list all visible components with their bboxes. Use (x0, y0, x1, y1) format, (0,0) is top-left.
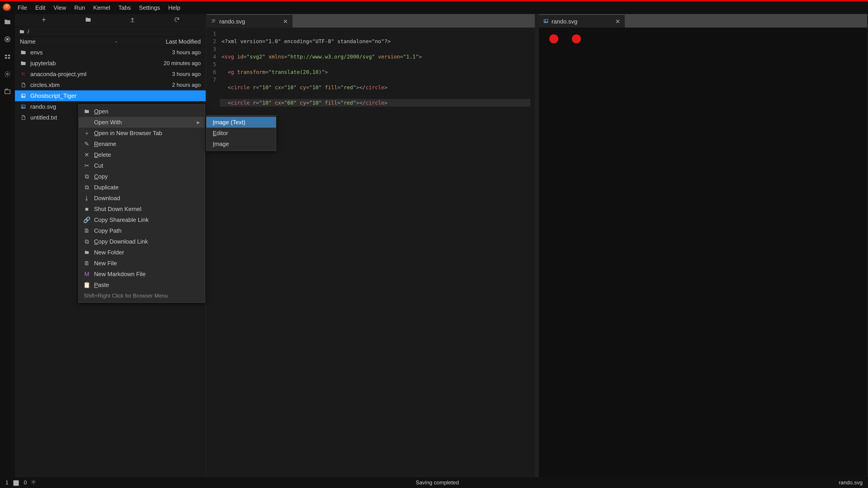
folder-icon (20, 50, 27, 55)
menu-edit[interactable]: Edit (31, 3, 50, 13)
breadcrumb[interactable]: / (15, 27, 206, 37)
sort-arrow-icon (114, 40, 118, 44)
menu-tabs[interactable]: Tabs (114, 3, 135, 13)
file-time: 3 hours ago (137, 71, 201, 77)
chevron-right-icon: ▸ (197, 119, 200, 126)
status-message: Saving completed (40, 480, 835, 486)
commands-icon[interactable] (4, 53, 11, 62)
settings-gear-icon[interactable] (4, 71, 11, 79)
refresh-icon[interactable] (173, 15, 181, 26)
status-gear-icon[interactable] (31, 480, 36, 486)
close-icon[interactable]: ✕ (283, 18, 288, 25)
menu-help[interactable]: Help (164, 3, 184, 13)
ctx-copy-download-link[interactable]: ⧉ Copy Download Link (79, 236, 205, 247)
file-name: Ghostscript_Tiger (30, 92, 134, 99)
menu-kernel[interactable]: Kernel (89, 3, 114, 13)
ctx-copy[interactable]: ⧉ Copy (79, 171, 205, 182)
new-folder-icon[interactable] (84, 15, 92, 26)
tab[interactable]: rando.svg ✕ (207, 15, 292, 28)
submenu-image-text[interactable]: Image (Text) (206, 117, 276, 128)
svg-point-11 (22, 106, 23, 107)
svg-rect-2 (5, 55, 7, 56)
file-time: 2 hours ago (137, 82, 201, 88)
folder-icon (20, 29, 24, 34)
ctx-rename[interactable]: ✎ Rename (79, 138, 205, 149)
folder-icon (20, 61, 27, 66)
statusbar: 1 0 Saving completed rando.svg (0, 477, 868, 488)
download-icon: ⭳ (84, 195, 90, 202)
ctx-open-new-tab[interactable]: ＋ Open in New Browser Tab (79, 128, 205, 138)
file-row[interactable]: jupyterlab 20 minutes ago (15, 58, 206, 69)
file-row[interactable]: Y: anaconda-project.yml 3 hours ago (15, 69, 206, 79)
file-name: jupyterlab (30, 60, 134, 67)
menubar: File Edit View Run Kernel Tabs Settings … (0, 1, 868, 14)
menu-file[interactable]: File (13, 3, 31, 13)
image-icon (20, 104, 27, 109)
code-area[interactable]: <?xml version="1.0" encoding="UTF-8" sta… (220, 30, 535, 475)
ctx-open-with[interactable]: Open With ▸ (79, 117, 205, 128)
status-filename[interactable]: rando.svg (839, 480, 863, 486)
ctx-cut[interactable]: ✂ Cut (79, 160, 205, 171)
file-row[interactable]: envs 3 hours ago (15, 47, 206, 58)
submenu-editor[interactable]: Editor (206, 128, 276, 138)
tabs-icon[interactable] (4, 88, 11, 96)
svg-point-13 (545, 20, 546, 21)
folder-icon (84, 250, 90, 255)
svg-preview[interactable] (539, 28, 867, 477)
close-icon[interactable]: ✕ (615, 18, 620, 25)
image-icon (20, 93, 27, 98)
ctx-share-link[interactable]: 🔗 Copy Shareable Link (79, 215, 205, 225)
tab-label: rando.svg (552, 18, 612, 25)
ctx-delete[interactable]: ✕ Delete (79, 149, 205, 160)
ctx-duplicate[interactable]: ⧉ Duplicate (79, 182, 205, 193)
file-row[interactable]: circles.xbm 2 hours ago (15, 79, 206, 90)
svg-rect-4 (8, 55, 10, 56)
ctx-hint: Shift+Right Click for Browser Menu (79, 290, 205, 301)
editor-panel: rando.svg ✕ 1234567 <?xml version="1.0" … (207, 14, 535, 477)
svg-point-6 (6, 73, 8, 75)
breadcrumb-path: / (28, 29, 29, 35)
link-icon: 🔗 (84, 217, 90, 223)
status-square-icon[interactable] (13, 480, 19, 486)
svg-rect-7 (5, 90, 10, 94)
file-list-header[interactable]: Name Last Modified (15, 37, 206, 47)
ctx-new-file[interactable]: 🗎 New File (79, 258, 205, 269)
svg-point-9 (22, 95, 23, 96)
ctx-open[interactable]: Open (79, 106, 205, 117)
menu-view[interactable]: View (50, 3, 70, 13)
menu-settings[interactable]: Settings (135, 3, 164, 13)
copy-icon: ⧉ (84, 173, 90, 180)
red-circle-icon (549, 34, 558, 43)
status-left-num[interactable]: 1 (5, 480, 8, 486)
menu-run[interactable]: Run (70, 3, 89, 13)
file-icon (20, 115, 27, 120)
upload-icon[interactable] (128, 15, 137, 26)
tab[interactable]: rando.svg ✕ (539, 15, 625, 28)
editor[interactable]: 1234567 <?xml version="1.0" encoding="UT… (207, 28, 535, 477)
ctx-paste[interactable]: 📋 Paste (79, 280, 205, 290)
status-mid-num[interactable]: 0 (24, 480, 27, 486)
column-name-label: Name (20, 38, 35, 45)
ctx-new-folder[interactable]: New Folder (79, 247, 205, 258)
folder-icon[interactable] (4, 19, 11, 27)
submenu-image[interactable]: Image (206, 138, 276, 149)
file-toolbar (15, 14, 206, 27)
red-circle-icon (572, 34, 581, 43)
plus-icon: ＋ (84, 129, 90, 137)
file-row[interactable]: Ghostscript_Tiger (15, 90, 206, 101)
ctx-copy-path[interactable]: 🗎 Copy Path (79, 225, 205, 236)
ctx-new-markdown[interactable]: M New Markdown File (79, 269, 205, 280)
svg-point-14 (33, 481, 34, 483)
ctx-download[interactable]: ⭳ Download (79, 193, 205, 203)
ctx-shutdown[interactable]: ■ Shut Down Kernel (79, 203, 205, 215)
tab-label: rando.svg (219, 18, 280, 25)
running-icon[interactable] (4, 36, 11, 44)
yaml-icon: Y: (20, 72, 27, 77)
folder-open-icon (84, 109, 90, 114)
clipboard-icon: 📋 (84, 282, 90, 289)
file-icon (20, 83, 27, 88)
file-icon: 🗎 (84, 227, 90, 234)
image-icon (544, 18, 548, 25)
file-name: envs (30, 49, 134, 56)
new-launcher-icon[interactable] (39, 15, 48, 26)
